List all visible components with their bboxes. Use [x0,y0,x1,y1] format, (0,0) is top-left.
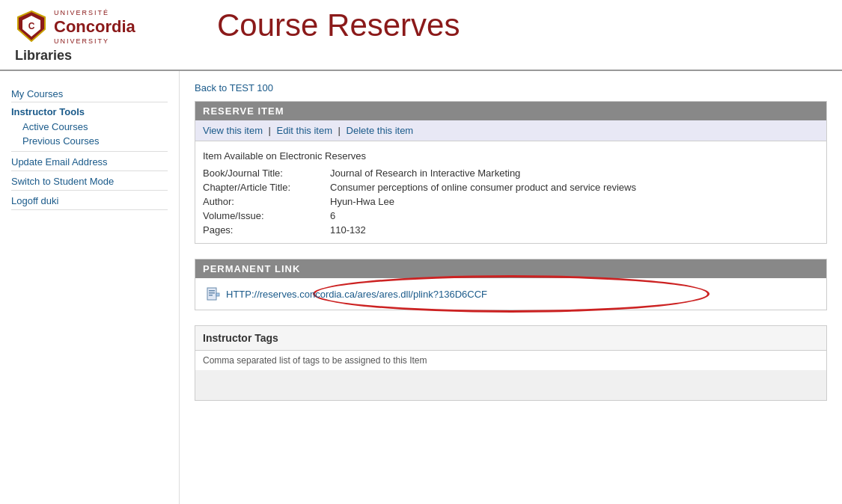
concordia-label: Concordia [54,17,135,37]
svg-rect-4 [209,290,215,292]
volume-label: Volume/Issue: [203,210,330,221]
article-title-label: Chapter/Article Title: [203,182,330,193]
sidebar-item-active-courses[interactable]: Active Courses [11,120,168,134]
sidebar-item-my-courses[interactable]: My Courses [11,86,168,102]
reserve-item-links: View this item | Edit this item | Delete… [195,120,826,141]
page-link-icon [207,287,220,301]
delete-item-link[interactable]: Delete this item [347,125,414,136]
logo-emblem: C UNIVERSITÉ Concordia UNIVERSITY [15,7,135,45]
back-to-course-link[interactable]: Back to TEST 100 [195,82,273,93]
detail-row-pages: Pages: 110-132 [203,223,819,237]
reserve-item-header: Reserve Item [195,102,826,120]
reserve-item-details: Item Available on Electronic Reserves Bo… [195,141,826,243]
detail-row-journal-title: Book/Journal Title: Journal of Research … [203,166,819,180]
universite-label: UNIVERSITÉ [54,9,109,16]
instructor-tags-box: Instructor Tags Comma separated list of … [195,325,827,401]
detail-row-volume: Volume/Issue: 6 [203,209,819,223]
article-title-value: Consumer perceptions of online consumer … [330,182,636,193]
permanent-link-box: Permanent Link HTTP://reserves.concordia… [195,259,827,310]
svg-rect-3 [207,288,216,300]
content-area: Back to TEST 100 Reserve Item View this … [180,71,842,504]
sidebar: My Courses Instructor Tools Active Cours… [0,71,180,504]
instructor-tags-header: Instructor Tags [195,326,826,351]
author-label: Author: [203,196,330,207]
sidebar-item-logoff[interactable]: Logoff duki [11,192,168,210]
permanent-link-content: HTTP://reserves.concordia.ca/ares/ares.d… [195,278,826,310]
volume-value: 6 [330,210,335,221]
edit-item-link[interactable]: Edit this item [277,125,332,136]
permanent-link-inner: HTTP://reserves.concordia.ca/ares/ares.d… [207,287,815,301]
detail-row-author: Author: Hyun-Hwa Lee [203,194,819,209]
page-title-area: Course Reserves [195,7,460,43]
page-header: C UNIVERSITÉ Concordia UNIVERSITY Librar… [0,0,842,71]
sidebar-item-previous-courses[interactable]: Previous Courses [11,134,168,148]
pages-value: 110-132 [330,224,366,236]
sidebar-instructor-tools-group: Instructor Tools Active Courses Previous… [11,104,168,152]
svg-text:C: C [28,21,35,31]
instructor-tags-description: Comma separated list of tags to be assig… [195,351,826,370]
separator-2: | [335,125,344,136]
university-label: UNIVERSITY [54,37,135,46]
instructor-tags-input-area [195,370,826,400]
libraries-label: Libraries [15,48,72,64]
reserve-item-box: Reserve Item View this item | Edit this … [195,101,827,244]
pages-label: Pages: [203,224,330,236]
separator-1: | [266,125,274,136]
permanent-link-url[interactable]: HTTP://reserves.concordia.ca/ares/ares.d… [226,289,487,300]
view-item-link[interactable]: View this item [203,125,263,136]
detail-row-article-title: Chapter/Article Title: Consumer percepti… [203,180,819,194]
page-title: Course Reserves [217,7,460,43]
journal-title-label: Book/Journal Title: [203,168,330,179]
item-available-label: Item Available on Electronic Reserves [203,147,819,166]
sidebar-item-update-email[interactable]: Update Email Address [11,153,168,171]
journal-title-value: Journal of Research in Interactive Marke… [330,168,520,179]
sidebar-item-instructor-tools[interactable]: Instructor Tools [11,104,168,120]
svg-rect-6 [209,295,213,296]
university-name: UNIVERSITÉ Concordia UNIVERSITY [54,7,135,45]
main-layout: My Courses Instructor Tools Active Cours… [0,71,842,504]
logo-area: C UNIVERSITÉ Concordia UNIVERSITY Librar… [15,7,195,64]
svg-rect-7 [216,293,219,296]
shield-icon: C [15,10,48,43]
author-value: Hyun-Hwa Lee [330,196,394,207]
permanent-link-header: Permanent Link [195,259,826,278]
sidebar-item-switch-mode[interactable]: Switch to Student Mode [11,173,168,191]
svg-rect-5 [209,292,215,294]
